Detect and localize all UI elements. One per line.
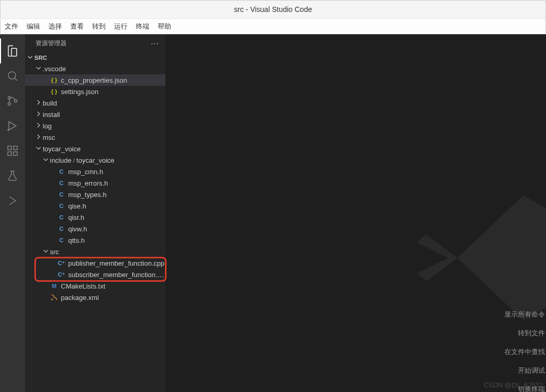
tree-folder[interactable]: .vscode bbox=[25, 63, 166, 74]
c-file-icon: C bbox=[57, 167, 66, 176]
tree-item-label: c_cpp_properties.json bbox=[61, 76, 166, 84]
title-bar: src - Visual Studio Code bbox=[0, 0, 546, 18]
tree-folder[interactable]: msc bbox=[25, 132, 166, 143]
menu-item[interactable]: 查看 bbox=[70, 22, 84, 31]
source-control-icon[interactable] bbox=[0, 88, 25, 113]
tree-item-label: .vscode bbox=[43, 65, 166, 73]
hint-label: 开始调试 bbox=[504, 366, 546, 375]
chevron-down-icon bbox=[35, 65, 42, 73]
sidebar-title: 资源管理器 bbox=[35, 39, 67, 48]
tree-item-label: toycar_voice bbox=[43, 145, 166, 153]
json-file-icon: { } bbox=[50, 87, 58, 96]
tree-folder[interactable]: toycar_voice bbox=[25, 143, 166, 154]
svg-point-3 bbox=[8, 103, 11, 106]
sidebar-more-icon[interactable]: ··· bbox=[151, 39, 159, 48]
tree-folder[interactable]: log bbox=[25, 120, 166, 132]
extensions-icon[interactable] bbox=[0, 138, 25, 163]
svg-rect-9 bbox=[14, 146, 17, 150]
tree-item-label: msc bbox=[43, 134, 166, 141]
json-file-icon: { } bbox=[50, 76, 58, 84]
sidebar-header: 资源管理器 ··· bbox=[25, 34, 166, 53]
file-tree: .vscode{ }c_cpp_properties.json{ }settin… bbox=[25, 63, 166, 303]
menu-item[interactable]: 文件 bbox=[5, 22, 18, 31]
tree-folder[interactable]: include/toycar_voice bbox=[25, 154, 166, 166]
tree-item-label: qtts.h bbox=[68, 237, 166, 244]
watermark: CSDN @DL_62532 bbox=[484, 381, 543, 389]
svg-line-1 bbox=[15, 78, 17, 81]
tree-item-label: package.xml bbox=[61, 294, 166, 302]
tree-file[interactable]: C⁺publisher_member_function.cpp bbox=[25, 257, 166, 269]
svg-point-5 bbox=[8, 129, 9, 130]
c-file-icon: C bbox=[57, 225, 66, 233]
tree-item-label: settings.json bbox=[61, 88, 166, 96]
run-debug-icon[interactable] bbox=[0, 113, 25, 138]
more-icon[interactable] bbox=[0, 188, 25, 213]
search-icon[interactable] bbox=[0, 63, 25, 88]
tree-item-label: msp_types.h bbox=[68, 191, 166, 199]
explorer-icon[interactable] bbox=[0, 38, 25, 63]
tree-item-label: msp_errors.h bbox=[68, 179, 166, 187]
tree-item-label: CMakeLists.txt bbox=[61, 282, 166, 290]
hint-label: 转到文件 bbox=[504, 329, 546, 338]
chevron-right-icon bbox=[35, 111, 42, 119]
cmake-file-icon: M bbox=[50, 282, 58, 290]
menu-bar: 文件编辑选择查看转到运行终端帮助 bbox=[0, 18, 546, 34]
menu-item[interactable]: 转到 bbox=[92, 22, 106, 31]
c-file-icon: C bbox=[57, 179, 66, 187]
tree-item-label: msp_cmn.h bbox=[68, 168, 166, 176]
chevron-down-icon bbox=[27, 54, 33, 61]
menu-item[interactable]: 终端 bbox=[136, 22, 149, 31]
explorer-sidebar: 资源管理器 ··· SRC .vscode{ }c_cpp_properties… bbox=[25, 34, 166, 392]
testing-icon[interactable] bbox=[0, 163, 25, 188]
svg-point-2 bbox=[8, 97, 11, 99]
hint-label: 显示所有命令 bbox=[504, 310, 546, 319]
window-title: src - Visual Studio Code bbox=[234, 5, 312, 14]
tree-file[interactable]: Cmsp_cmn.h bbox=[25, 166, 166, 177]
tree-item-label: install bbox=[43, 111, 166, 119]
tree-file[interactable]: Cmsp_errors.h bbox=[25, 177, 166, 189]
menu-item[interactable]: 编辑 bbox=[27, 22, 40, 31]
menu-item[interactable]: 帮助 bbox=[158, 22, 171, 31]
c-file-icon: C bbox=[57, 190, 66, 199]
tree-folder[interactable]: src bbox=[25, 246, 166, 257]
tree-item-label: src bbox=[50, 248, 166, 256]
tree-item-label: qivw.h bbox=[68, 225, 166, 233]
tree-file[interactable]: MCMakeLists.txt bbox=[25, 280, 166, 292]
welcome-hints: 显示所有命令转到文件在文件中查找开始调试切换终端 bbox=[504, 310, 546, 392]
svg-rect-8 bbox=[14, 152, 17, 155]
svg-point-0 bbox=[8, 72, 16, 79]
c-file-icon: C bbox=[57, 236, 66, 244]
hint-label: 在文件中查找 bbox=[504, 347, 546, 357]
tree-file[interactable]: Cqisr.h bbox=[25, 212, 166, 223]
tree-file[interactable]: Cqivw.h bbox=[25, 223, 166, 234]
activity-bar bbox=[0, 34, 25, 392]
chevron-down-icon bbox=[43, 248, 49, 256]
tree-file[interactable]: package.xml bbox=[25, 292, 166, 303]
root-label: SRC bbox=[34, 55, 47, 61]
tree-file[interactable]: Cqise.h bbox=[25, 200, 166, 212]
editor-area: 显示所有命令转到文件在文件中查找开始调试切换终端 bbox=[166, 34, 546, 392]
svg-rect-6 bbox=[8, 146, 11, 150]
tree-file[interactable]: Cmsp_types.h bbox=[25, 189, 166, 200]
tree-item-label: publisher_member_function.cpp bbox=[68, 259, 166, 267]
svg-point-4 bbox=[15, 100, 17, 102]
chevron-down-icon bbox=[35, 145, 42, 153]
tree-file[interactable]: C⁺subscriber_member_function.cpp bbox=[25, 269, 166, 280]
c-file-icon: C bbox=[57, 213, 66, 221]
tree-file[interactable]: { }settings.json bbox=[25, 86, 166, 97]
tree-item-label: qise.h bbox=[68, 202, 166, 210]
tree-item-label: include/toycar_voice bbox=[50, 156, 166, 164]
svg-rect-7 bbox=[8, 152, 11, 155]
menu-item[interactable]: 运行 bbox=[114, 22, 128, 31]
menu-item[interactable]: 选择 bbox=[48, 22, 62, 31]
chevron-right-icon bbox=[35, 122, 42, 130]
cpp-file-icon: C⁺ bbox=[57, 259, 66, 267]
tree-file[interactable]: { }c_cpp_properties.json bbox=[25, 74, 166, 86]
tree-folder[interactable]: install bbox=[25, 109, 166, 120]
tree-file[interactable]: Cqtts.h bbox=[25, 234, 166, 246]
tree-folder[interactable]: build bbox=[25, 97, 166, 109]
chevron-down-icon bbox=[43, 156, 49, 164]
chevron-right-icon bbox=[35, 99, 42, 107]
explorer-root[interactable]: SRC bbox=[25, 53, 166, 63]
xml-file-icon bbox=[50, 293, 58, 302]
